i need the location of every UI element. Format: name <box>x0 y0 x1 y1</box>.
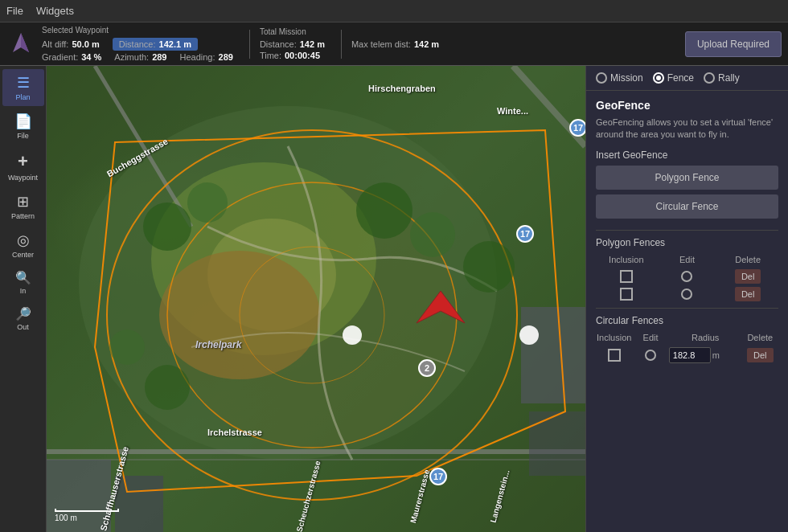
svg-rect-11 <box>115 476 163 532</box>
geofence-panel: GeoFence GeoFencing allows you to set a … <box>586 91 788 376</box>
sidebar-item-plan[interactable]: ☰ Plan <box>2 69 44 106</box>
radio-rally-circle <box>704 72 715 84</box>
distance-value: 142.1 m <box>159 39 191 49</box>
waypoint-icon: + <box>18 151 28 172</box>
sidebar-item-file[interactable]: 📄 File <box>2 108 44 145</box>
menu-file[interactable]: File <box>6 5 23 17</box>
geofence-title: GeoFence <box>596 99 778 112</box>
badge-17-top: 17 <box>569 119 585 137</box>
radio-mission-circle <box>596 72 607 84</box>
gradient-label: Gradient: <box>42 52 78 62</box>
radius-value-input[interactable] <box>669 347 711 363</box>
polygon-inclusion-check-1[interactable] <box>620 270 633 283</box>
alt-diff-value: 50.0 m <box>72 39 99 49</box>
polygon-fence-row-2: Del <box>596 287 778 301</box>
max-telem-label: Max telem dist: <box>351 39 411 49</box>
azimuth-label: Azimuth: <box>114 52 149 62</box>
svg-point-26 <box>145 365 190 410</box>
selected-waypoint-info: Selected Waypoint Alt diff: 50.0 m Dista… <box>42 26 233 62</box>
main-area: ☰ Plan 📄 File + Waypoint ⊞ Pattern ◎ Cen… <box>0 66 788 532</box>
file-label: File <box>17 132 29 140</box>
circ-header-inclusion: Inclusion <box>596 333 632 342</box>
menu-widgets[interactable]: Widgets <box>36 5 74 17</box>
svg-rect-12 <box>521 307 585 403</box>
azimuth-value: 289 <box>152 52 166 62</box>
circular-inclusion-check-1[interactable] <box>608 349 621 362</box>
pattern-icon: ⊞ <box>17 193 29 211</box>
polygon-fence-button[interactable]: Polygon Fence <box>596 166 778 190</box>
right-panel: Mission Fence Rally GeoFence GeoFencing … <box>585 66 788 532</box>
badge-17-bot: 17 <box>429 468 447 485</box>
sidebar-item-zoom-in[interactable]: 🔍 In <box>2 265 44 300</box>
max-telem-value: 142 m <box>414 39 439 49</box>
circ-header-edit: Edit <box>632 333 668 342</box>
separator1 <box>249 30 250 59</box>
svg-marker-1 <box>21 33 29 52</box>
gradient-value: 34 % <box>81 52 101 62</box>
plan-icon: ☰ <box>17 74 30 92</box>
svg-point-18 <box>343 325 362 345</box>
map-svg <box>47 66 585 532</box>
svg-point-24 <box>410 212 455 257</box>
polygon-header-edit: Edit <box>657 255 718 264</box>
radio-rally-label: Rally <box>718 72 740 84</box>
polygon-header-inclusion: Inclusion <box>596 255 657 264</box>
polygon-fences-title: Polygon Fences <box>596 237 778 248</box>
mission-time-label: Time: <box>260 51 281 60</box>
badge-2: 2 <box>418 359 436 377</box>
sidebar-item-waypoint[interactable]: + Waypoint <box>2 146 44 186</box>
mission-distance-label: Distance: <box>260 39 297 49</box>
svg-point-21 <box>143 203 191 251</box>
radio-mission-label: Mission <box>610 72 643 84</box>
divider2 <box>596 308 778 309</box>
waypoint-label: Waypoint <box>8 174 38 182</box>
circular-fence-button[interactable]: Circular Fence <box>596 194 778 219</box>
selected-waypoint-label: Selected Waypoint <box>42 26 233 35</box>
circular-edit-radio-1[interactable] <box>645 350 656 361</box>
polygon-edit-radio-2[interactable] <box>681 289 692 300</box>
mission-distance-value: 142 m <box>300 39 325 49</box>
sidebar-item-zoom-out[interactable]: 🔎 Out <box>2 301 44 336</box>
heading-label: Heading: <box>179 52 215 62</box>
zoom-out-icon: 🔎 <box>15 306 31 321</box>
polygon-fence-row-1: Del <box>596 269 778 284</box>
total-mission-info: Total Mission Distance: 142 m Time: 00:0… <box>260 27 325 60</box>
radio-rally[interactable]: Rally <box>704 72 740 84</box>
sidebar-item-pattern[interactable]: ⊞ Pattern <box>2 188 44 225</box>
total-mission-label: Total Mission <box>260 27 325 36</box>
circular-fence-header: Inclusion Edit Radius Delete <box>596 331 778 344</box>
radio-fence-label: Fence <box>667 72 694 84</box>
pattern-label: Pattern <box>11 212 35 220</box>
sidebar-item-center[interactable]: ◎ Center <box>2 227 44 264</box>
circ-header-radius: Radius <box>669 333 742 342</box>
radio-fence-circle <box>653 72 664 84</box>
circ-header-delete: Delete <box>742 333 778 342</box>
polygon-delete-btn-1[interactable]: Del <box>735 269 761 284</box>
svg-point-23 <box>356 182 412 239</box>
topbar: Selected Waypoint Alt diff: 50.0 m Dista… <box>0 23 788 66</box>
radius-input-group: m <box>669 347 742 363</box>
polygon-inclusion-check-2[interactable] <box>620 288 633 301</box>
scale-bar: 100 m <box>55 509 119 522</box>
radius-unit: m <box>712 350 720 360</box>
max-telem-info: Max telem dist: 142 m <box>351 39 439 49</box>
badge-17-mid: 17 <box>516 225 534 243</box>
map-area[interactable]: Bucheggstrasse Irchelstrasse Schaffhause… <box>47 66 585 532</box>
upload-button[interactable]: Upload Required <box>685 31 782 57</box>
polygon-edit-radio-1[interactable] <box>681 271 692 282</box>
insert-geofence-title: Insert GeoFence <box>596 149 778 161</box>
circular-delete-btn-1[interactable]: Del <box>747 348 774 362</box>
menubar: File Widgets <box>0 0 788 23</box>
geofence-description: GeoFencing allows you to set a virtual '… <box>596 117 778 141</box>
radio-mission[interactable]: Mission <box>596 72 643 84</box>
distance-label: Distance: <box>119 39 156 49</box>
alt-diff-label: Alt diff: <box>42 39 68 49</box>
zoom-in-icon: 🔍 <box>15 270 31 285</box>
scale-line <box>55 509 119 512</box>
polygon-fence-header: Inclusion Edit Delete <box>596 253 778 266</box>
scale-text: 100 m <box>55 514 77 522</box>
polygon-delete-btn-2[interactable]: Del <box>735 287 761 301</box>
circular-fence-table: Inclusion Edit Radius Delete m Del <box>596 331 778 363</box>
circular-fence-row-1: m Del <box>596 347 778 363</box>
radio-fence[interactable]: Fence <box>653 72 694 84</box>
